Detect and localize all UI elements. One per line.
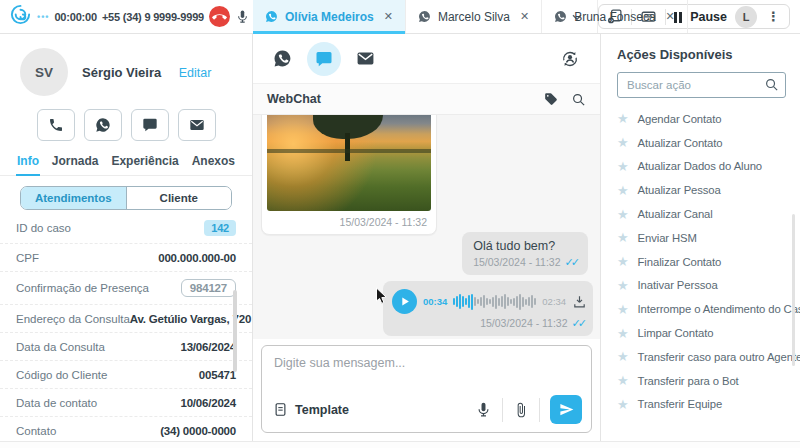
template-button[interactable]: Template bbox=[273, 402, 349, 417]
contact-profile: SV Sérgio Vieira Editar bbox=[0, 34, 252, 96]
close-tab-icon[interactable]: ✕ bbox=[384, 10, 393, 23]
mic-icon[interactable] bbox=[235, 9, 250, 24]
send-button[interactable] bbox=[550, 395, 582, 424]
field-row: ID do caso142 bbox=[0, 213, 252, 244]
pause-label: Pause bbox=[690, 10, 727, 24]
hangup-button[interactable] bbox=[209, 6, 230, 27]
action-label: Inativar Perssoa bbox=[638, 279, 718, 291]
conversation-header: WebChat bbox=[253, 84, 600, 115]
audio-waveform[interactable] bbox=[453, 293, 536, 311]
attach-file-icon[interactable] bbox=[513, 402, 529, 418]
chat-contact-button[interactable] bbox=[131, 109, 169, 141]
field-label: Data de contato bbox=[16, 397, 97, 409]
message-photo[interactable] bbox=[267, 115, 431, 211]
agent-avatar[interactable]: L bbox=[735, 6, 757, 28]
star-icon: ★ bbox=[617, 302, 629, 317]
template-label: Template bbox=[295, 403, 349, 417]
star-icon: ★ bbox=[617, 373, 629, 388]
star-icon: ★ bbox=[617, 278, 629, 293]
action-label: Limpar Contato bbox=[638, 327, 714, 339]
outgoing-text-message[interactable]: Olá tudo bem? 15/03/2024 - 11:32✓✓ bbox=[462, 232, 588, 275]
actions-scrollbar[interactable] bbox=[792, 214, 795, 366]
incoming-image-message[interactable]: 15/03/2024 - 11:32 bbox=[261, 115, 437, 235]
template-doc-icon bbox=[273, 402, 288, 417]
close-tab-icon[interactable]: ✕ bbox=[520, 10, 529, 23]
contact-scrollbar[interactable] bbox=[233, 290, 237, 372]
read-checks-icon: ✓✓ bbox=[565, 256, 577, 268]
record-audio-icon[interactable] bbox=[475, 401, 492, 418]
close-tab-icon[interactable]: ✕ bbox=[666, 10, 675, 23]
change-agent-icon[interactable] bbox=[560, 49, 580, 69]
action-item[interactable]: ★Atualizar Canal bbox=[617, 202, 800, 226]
pin-icon[interactable] bbox=[544, 92, 558, 106]
action-item[interactable]: ★Finalizar Contato bbox=[617, 250, 800, 274]
agent-overflow-icon[interactable]: ⋮ bbox=[765, 9, 782, 24]
star-icon: ★ bbox=[617, 183, 629, 198]
contact-tab-label: Olívia Medeiros bbox=[285, 10, 374, 24]
call-menu-dots-icon[interactable]: ••• bbox=[37, 12, 49, 22]
field-value: 984127 bbox=[181, 279, 236, 297]
field-label: CPF bbox=[16, 252, 39, 264]
segment-atendimentos[interactable]: Atendimentos bbox=[21, 187, 126, 209]
field-label: Confirmação de Presença bbox=[16, 282, 149, 294]
action-item[interactable]: ★Inativar Perssoa bbox=[617, 274, 800, 298]
contact-channel-buttons bbox=[0, 109, 252, 141]
field-label: ID do caso bbox=[16, 222, 71, 234]
message-input[interactable] bbox=[262, 346, 591, 391]
action-item[interactable]: ★Atualizar Contato bbox=[617, 131, 800, 155]
action-item[interactable]: ★Transferir Equipe bbox=[617, 393, 800, 417]
contact-tab[interactable]: Bruna Fonseca✕ bbox=[542, 0, 688, 33]
field-label: Contato bbox=[16, 425, 56, 437]
search-messages-icon[interactable] bbox=[571, 92, 586, 107]
action-search-input[interactable] bbox=[617, 72, 786, 98]
whatsapp-icon bbox=[418, 10, 431, 23]
play-audio-button[interactable] bbox=[392, 289, 417, 314]
tab-jornada[interactable]: Jornada bbox=[51, 154, 100, 175]
search-icon[interactable] bbox=[764, 77, 779, 96]
webchat-channel-icon[interactable] bbox=[307, 42, 341, 76]
segment-cliente[interactable]: Cliente bbox=[126, 187, 232, 209]
tab-info[interactable]: Info bbox=[16, 154, 40, 175]
download-audio-icon[interactable] bbox=[572, 294, 587, 309]
audio-current-time: 00:34 bbox=[423, 296, 447, 307]
action-list: ★Agendar Contato★Atualizar Contato★Atual… bbox=[617, 107, 800, 416]
outgoing-audio-message[interactable]: 00:34 02:34 15/03/2024 - 11:32✓✓ bbox=[383, 281, 593, 336]
window-bottom-edge bbox=[0, 441, 800, 448]
whatsapp-contact-button[interactable] bbox=[84, 109, 122, 141]
field-value: 10/06/2024 bbox=[180, 397, 236, 409]
action-item[interactable]: ★Agendar Contato bbox=[617, 107, 800, 131]
field-value: 000.000.000-00 bbox=[158, 252, 236, 264]
whatsapp-icon bbox=[265, 10, 278, 23]
message-timestamp: 15/03/2024 - 11:32 bbox=[267, 211, 431, 229]
email-contact-button[interactable] bbox=[178, 109, 216, 141]
read-checks-icon: ✓✓ bbox=[572, 317, 584, 329]
app-window: ••• 00:00:00 +55 (34) 9 9999-9999 ⋮ Olív… bbox=[0, 0, 800, 448]
field-row: Contato(34) 0000-0000 bbox=[0, 417, 252, 441]
star-icon: ★ bbox=[617, 207, 629, 222]
field-row: Endereço da ConsultaAv. Getúlio Vargas, … bbox=[0, 305, 252, 333]
star-icon: ★ bbox=[617, 230, 629, 245]
contact-tab[interactable]: Olívia Medeiros✕ bbox=[253, 0, 406, 33]
whatsapp-channel-icon[interactable] bbox=[273, 49, 292, 68]
field-value: 005471 bbox=[199, 369, 236, 381]
action-item[interactable]: ★Transferir para o Bot bbox=[617, 369, 800, 393]
contact-avatar: SV bbox=[20, 48, 68, 96]
action-item[interactable]: ★Limpar Contato bbox=[617, 321, 800, 345]
call-timer: 00:00:00 bbox=[54, 11, 96, 23]
action-item[interactable]: ★Atualizar Pessoa bbox=[617, 178, 800, 202]
action-item[interactable]: ★Interrompe o Atendimento do Caso bbox=[617, 297, 800, 321]
action-item[interactable]: ★Enviar HSM bbox=[617, 226, 800, 250]
field-value: 13/06/2024 bbox=[180, 341, 236, 353]
action-label: Agendar Contato bbox=[638, 113, 722, 125]
tab-anexos[interactable]: Anexos bbox=[191, 154, 236, 175]
action-item[interactable]: ★Atualizar Dados do Aluno bbox=[617, 155, 800, 179]
call-contact-button[interactable] bbox=[37, 109, 75, 141]
message-list[interactable]: 15/03/2024 - 11:32 Olá tudo bem? 15/03/2… bbox=[253, 115, 600, 339]
action-label: Finalizar Contato bbox=[638, 256, 722, 268]
message-timestamp: 15/03/2024 - 11:32 bbox=[480, 317, 567, 329]
action-item[interactable]: ★Transferir caso para outro Agente bbox=[617, 345, 800, 369]
email-channel-icon[interactable] bbox=[356, 49, 375, 68]
contact-tab[interactable]: Marcelo Silva✕ bbox=[406, 0, 542, 33]
tab-experiência[interactable]: Experiência bbox=[110, 154, 179, 175]
edit-contact-link[interactable]: Editar bbox=[179, 66, 212, 80]
